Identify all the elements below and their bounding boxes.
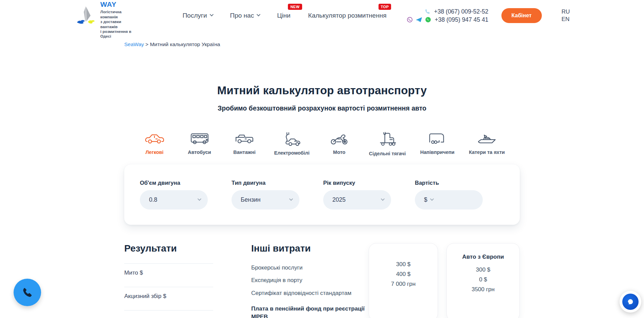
call-fab-button[interactable] <box>14 279 41 306</box>
nav-item-services[interactable]: Послуги <box>183 12 213 19</box>
cost-value: 400 $ <box>374 270 433 279</box>
tab-trucks[interactable]: Вантажні <box>229 131 260 156</box>
field-label: Об'єм двигуна <box>140 180 208 186</box>
brand-name: SEA WAY <box>100 0 133 8</box>
cost-value: 300 $ <box>374 260 433 270</box>
phone-number-2[interactable]: +38 (095) 947 45 41 <box>435 16 488 23</box>
truck-icon <box>235 131 254 145</box>
breadcrumb: SeaWay > Митний калькулятор Україна <box>124 41 520 47</box>
breadcrumb-home-link[interactable]: SeaWay <box>124 41 144 47</box>
viber-icon[interactable] <box>407 17 413 23</box>
whatsapp-icon[interactable] <box>425 17 431 23</box>
calculator-form: Об'єм двигуна 0.8 Тип двигуна Бензин Рік… <box>124 164 520 225</box>
phone-number-1[interactable]: +38 (067) 009-52-52 <box>434 8 489 15</box>
new-badge: NEW <box>288 4 302 10</box>
breadcrumb-current: Митний калькулятор Україна <box>150 41 220 47</box>
cost-input-group: $ <box>415 190 483 210</box>
currency-select[interactable]: $ <box>424 196 427 203</box>
europe-card-title: Авто з Європи <box>452 254 515 260</box>
nav-label: Ціни <box>277 12 290 19</box>
field-label: Тип двигуна <box>232 180 299 186</box>
chevron-down-icon <box>198 197 201 200</box>
top-badge: TOP <box>379 4 391 10</box>
engine-type-select[interactable]: Бензин <box>232 190 299 210</box>
year-select[interactable]: 2025 <box>323 190 391 210</box>
nav-label: Послуги <box>183 12 207 19</box>
other-costs-title: Інші витрати <box>251 243 367 254</box>
europe-card: Авто з Європи 300 $ 0 $ 3500 грн <box>446 243 520 318</box>
result-item-excise: Акцизний збір $ <box>124 287 213 310</box>
lang-ru[interactable]: RU <box>562 8 570 15</box>
other-costs-section: Інші витрати Брокерські послуги Експедиц… <box>251 243 367 318</box>
header: SEA WAY Логістична компанія з доставки в… <box>0 0 644 31</box>
tab-moto[interactable]: Мото <box>324 131 354 156</box>
bus-icon <box>190 131 209 145</box>
page-subtitle: Зробимо безкоштовний розрахунок вартості… <box>124 104 520 112</box>
telegram-icon[interactable] <box>416 17 422 23</box>
chevron-down-icon <box>289 197 293 200</box>
tab-boats-yachts[interactable]: Катери та яхти <box>469 131 505 156</box>
language-switcher: RU EN <box>562 8 570 23</box>
breadcrumb-separator: > <box>144 41 150 47</box>
nav-label: Про нас <box>230 12 254 19</box>
cost-item-pension-fund: Плата в пенсійний фонд при реєстрації МР… <box>251 305 367 318</box>
main-nav: Послуги Про нас Ціни NEW Калькулятор роз… <box>183 12 387 19</box>
cost-field: Вартість $ <box>415 180 483 210</box>
result-divider <box>124 310 213 312</box>
tab-buses[interactable]: Автобуси <box>184 131 215 156</box>
nav-item-about[interactable]: Про нас <box>230 12 260 19</box>
phone-icon <box>22 287 33 298</box>
europe-value: 3500 грн <box>452 285 515 295</box>
field-label: Вартість <box>415 180 483 186</box>
page-title: Митний калькулятор автотранспорту <box>124 84 520 97</box>
semi-trailer-icon <box>428 131 447 145</box>
brand-tagline: Логістична компанія з доставки вантажів … <box>100 9 133 39</box>
cost-item-broker: Брокерські послуги <box>251 264 367 271</box>
electric-car-icon <box>282 131 301 146</box>
year-field: Рік випуску 2025 <box>323 180 391 210</box>
chevron-down-icon <box>257 13 260 16</box>
lang-en[interactable]: EN <box>562 16 570 23</box>
logo[interactable]: SEA WAY Логістична компанія з доставки в… <box>74 0 133 39</box>
car-icon <box>145 131 164 145</box>
europe-value: 300 $ <box>452 265 515 275</box>
cabinet-button[interactable]: Кабінет <box>501 8 542 23</box>
engine-volume-field: Об'єм двигуна 0.8 <box>140 180 208 210</box>
tab-semi-tractors[interactable]: Сідельні тягачі <box>369 131 406 156</box>
semi-tractor-icon <box>378 131 397 147</box>
motorcycle-icon <box>330 131 349 145</box>
chevron-down-icon <box>209 13 213 16</box>
cost-item-certificate: Сертифікат відповідності стандартам <box>251 290 367 297</box>
cost-amount-input[interactable] <box>433 196 475 203</box>
yacht-icon <box>477 131 497 145</box>
tab-semi-trailers[interactable]: Напівпричепи <box>420 131 455 156</box>
phone-icon <box>424 8 431 15</box>
field-label: Рік випуску <box>323 180 391 186</box>
header-contacts: +38 (067) 009-52-52 <box>407 7 488 24</box>
cost-item-port: Експедиція в порту <box>251 277 367 284</box>
engine-type-field: Тип двигуна Бензин <box>232 180 299 210</box>
chat-widget-button[interactable] <box>620 291 641 313</box>
result-item-duty: Мито $ <box>124 263 213 287</box>
results-section: Результати Мито $ Акцизний збір $ <box>124 243 251 312</box>
nav-item-prices[interactable]: Ціни NEW <box>277 12 290 19</box>
engine-volume-select[interactable]: 0.8 <box>140 190 208 210</box>
chevron-down-icon <box>381 197 385 200</box>
cost-value: 7 000 грн <box>374 279 433 289</box>
tab-cars[interactable]: Легкові <box>139 131 170 156</box>
europe-value: 0 $ <box>452 275 515 285</box>
nav-label: Калькулятор розмитнення <box>308 12 387 19</box>
chat-bubble-icon <box>622 294 639 310</box>
tab-electric-cars[interactable]: Електромобілі <box>274 131 310 156</box>
nav-item-calculator[interactable]: Калькулятор розмитнення TOP <box>308 12 387 19</box>
vehicle-type-tabs: Легкові Автобуси Вантажні <box>124 131 520 156</box>
results-title: Результати <box>124 243 251 254</box>
cost-values-card: 300 $ 400 $ 7 000 грн <box>369 243 438 318</box>
seaway-logo-icon <box>74 2 96 29</box>
